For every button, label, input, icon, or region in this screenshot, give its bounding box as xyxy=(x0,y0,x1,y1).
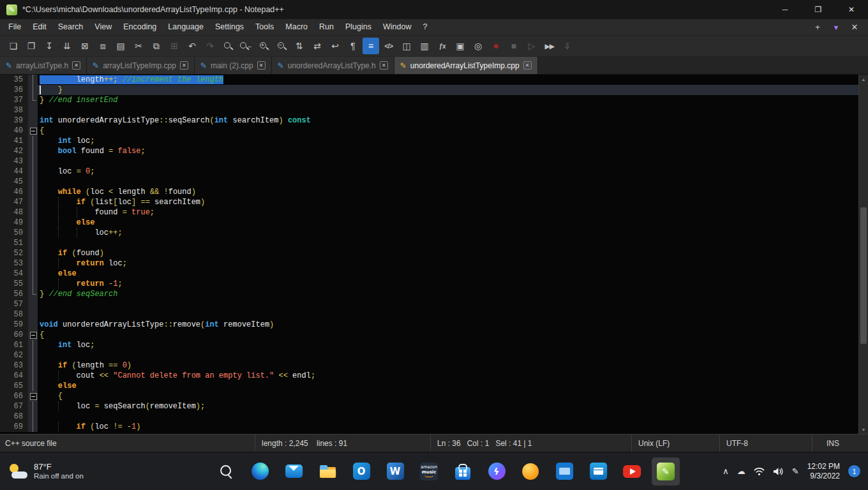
taskbar-clock[interactable]: 12:02 PM 9/3/2022 xyxy=(807,462,840,481)
code-text[interactable]: { xyxy=(38,330,858,340)
bookmark-margin[interactable] xyxy=(0,289,5,299)
menu-edit[interactable]: Edit xyxy=(27,19,52,35)
open-file-button[interactable]: ❐ xyxy=(23,38,40,54)
doc-list-button[interactable]: ▥ xyxy=(416,38,433,54)
zoom-out-button[interactable]: − xyxy=(273,38,290,54)
copy-button[interactable]: ⧉ xyxy=(148,38,165,54)
stop-record-button[interactable]: ■ xyxy=(505,38,522,54)
fold-margin[interactable] xyxy=(28,381,38,391)
bookmark-margin[interactable] xyxy=(0,238,5,248)
volume-icon[interactable] xyxy=(773,467,784,476)
taskbar-messenger[interactable] xyxy=(483,457,511,486)
status-insert-mode[interactable]: INS xyxy=(812,434,868,452)
close-tab-button[interactable]: ✕ xyxy=(846,22,863,32)
taskbar-search[interactable] xyxy=(212,457,240,486)
code-text[interactable]: loc = 0; xyxy=(38,167,858,177)
weather-widget[interactable]: 87°F Rain off and on xyxy=(0,452,93,490)
paste-button[interactable]: ⊞ xyxy=(166,38,183,54)
fold-margin[interactable] xyxy=(28,167,38,177)
menu-run[interactable]: Run xyxy=(313,19,340,35)
fold-margin[interactable] xyxy=(28,422,38,432)
fold-margin[interactable] xyxy=(28,309,38,320)
fold-margin[interactable] xyxy=(28,279,38,289)
taskbar-store[interactable] xyxy=(449,457,477,486)
tab-arraylisttypeimp-cpp[interactable]: arrayListTypeImp.cpp xyxy=(87,57,195,74)
bookmark-margin[interactable] xyxy=(0,146,5,156)
scroll-down-arrow[interactable] xyxy=(859,425,868,434)
code-text[interactable]: if (list[loc] == searchItem) xyxy=(38,197,858,207)
fold-margin[interactable] xyxy=(28,340,38,350)
bookmark-margin[interactable] xyxy=(0,207,5,218)
status-eol-format[interactable]: Unix (LF) xyxy=(632,434,720,452)
save-all-button[interactable]: ⇊ xyxy=(59,38,75,54)
minimize-button[interactable]: ─ xyxy=(768,0,802,19)
new-file-button[interactable]: ❏ xyxy=(5,38,22,54)
code-text[interactable]: bool found = false; xyxy=(38,146,858,156)
code-text[interactable]: found = true; xyxy=(38,207,858,218)
code-text[interactable]: loc = seqSearch(removeItem); xyxy=(38,401,858,412)
pen-icon[interactable]: ✎ xyxy=(792,466,799,476)
menu-plugins[interactable]: Plugins xyxy=(340,19,377,35)
code-text[interactable] xyxy=(38,309,858,320)
close-all-button[interactable]: ⧈ xyxy=(94,38,111,54)
fold-margin[interactable] xyxy=(28,146,38,156)
code-text[interactable]: } //end seqSearch xyxy=(38,289,858,299)
fold-margin[interactable] xyxy=(28,187,38,197)
fold-margin[interactable] xyxy=(28,207,38,218)
sync-scroll-v-button[interactable]: ⇅ xyxy=(291,38,308,54)
fold-margin[interactable] xyxy=(28,75,38,85)
taskbar-remote-app[interactable] xyxy=(584,457,612,486)
menu-help[interactable]: ? xyxy=(417,19,433,35)
fold-margin[interactable] xyxy=(28,177,38,187)
code-text[interactable]: void unorderedArrayListType::remove(int … xyxy=(38,320,858,330)
cut-button[interactable]: ✂ xyxy=(130,38,147,54)
fold-margin[interactable] xyxy=(28,371,38,381)
fold-margin[interactable] xyxy=(28,391,38,401)
bookmark-margin[interactable] xyxy=(0,330,5,340)
tab-close-icon[interactable] xyxy=(380,61,388,70)
menu-search[interactable]: Search xyxy=(52,19,89,35)
menu-encoding[interactable]: Encoding xyxy=(117,19,162,35)
menu-language[interactable]: Language xyxy=(162,19,209,35)
taskbar-mail[interactable] xyxy=(280,457,308,486)
code-text[interactable]: if (length == 0) xyxy=(38,360,858,371)
save-macro-button[interactable]: ⇓ xyxy=(559,38,576,54)
code-text[interactable] xyxy=(38,238,858,248)
onedrive-icon[interactable]: ☁ xyxy=(737,466,745,476)
code-text[interactable]: int unorderedArrayListType::seqSearch(in… xyxy=(38,115,858,126)
taskbar-start[interactable] xyxy=(178,457,206,486)
tab-main-2-cpp[interactable]: main (2).cpp xyxy=(195,57,272,74)
code-text[interactable] xyxy=(38,299,858,309)
bookmark-margin[interactable] xyxy=(0,126,5,136)
play-macro-button[interactable]: ▷ xyxy=(523,38,540,54)
status-encoding[interactable]: UTF-8 xyxy=(720,434,812,452)
fold-margin[interactable] xyxy=(28,156,38,167)
menu-macro[interactable]: Macro xyxy=(280,19,313,35)
bookmark-margin[interactable] xyxy=(0,95,5,105)
chevron-up-icon[interactable]: ∧ xyxy=(722,466,729,476)
fold-margin[interactable] xyxy=(28,299,38,309)
bookmark-margin[interactable] xyxy=(0,371,5,381)
scrollbar-thumb[interactable] xyxy=(860,207,867,344)
fold-margin[interactable] xyxy=(28,85,38,95)
bookmark-margin[interactable] xyxy=(0,360,5,371)
sync-scroll-h-button[interactable]: ⇄ xyxy=(309,38,326,54)
bookmark-margin[interactable] xyxy=(0,422,5,432)
bookmark-margin[interactable] xyxy=(0,381,5,391)
code-text[interactable]: } xyxy=(38,85,858,95)
notification-badge[interactable]: 1 xyxy=(848,465,860,477)
fold-margin[interactable] xyxy=(28,269,38,279)
fold-margin[interactable] xyxy=(28,105,38,115)
fold-margin[interactable] xyxy=(28,228,38,238)
bookmark-margin[interactable] xyxy=(0,156,5,167)
fold-margin[interactable] xyxy=(28,248,38,258)
tab-close-icon[interactable] xyxy=(523,61,532,70)
bookmark-margin[interactable] xyxy=(0,85,5,95)
print-button[interactable]: ▤ xyxy=(112,38,129,54)
fold-margin[interactable] xyxy=(28,330,38,340)
close-file-button[interactable]: ⊠ xyxy=(77,38,93,54)
code-text[interactable]: int loc; xyxy=(38,136,858,146)
bookmark-margin[interactable] xyxy=(0,187,5,197)
fold-margin[interactable] xyxy=(28,289,38,299)
bookmark-margin[interactable] xyxy=(0,391,5,401)
